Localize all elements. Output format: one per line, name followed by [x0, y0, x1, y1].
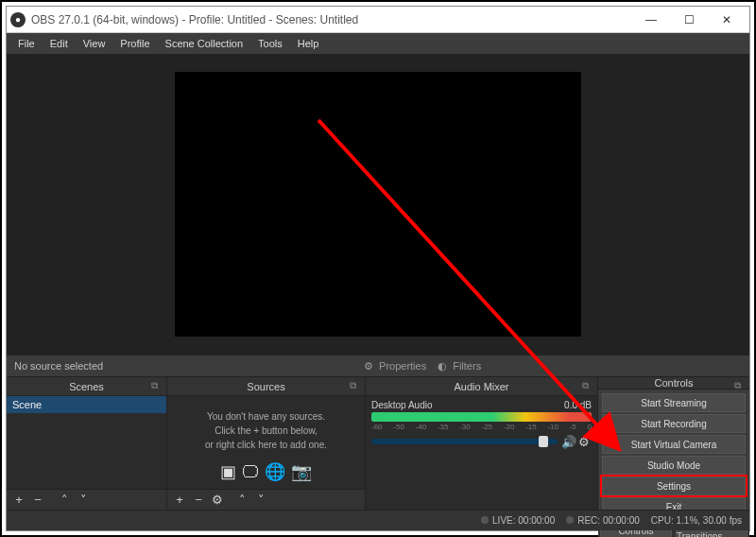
source-settings-button[interactable]: ⚙ [209, 492, 226, 509]
tick: -25 [481, 423, 492, 431]
gear-icon: ⚙ [364, 360, 375, 372]
track-settings-icon[interactable]: ⚙ [578, 435, 592, 448]
scenes-panel: Scenes ⧉ Scene + − ˄ ˅ [7, 377, 167, 510]
sources-title: Sources [247, 381, 284, 392]
properties-button[interactable]: ⚙ Properties [358, 360, 432, 372]
add-scene-button[interactable]: + [10, 492, 27, 509]
tick: -40 [416, 423, 427, 431]
scenes-title: Scenes [69, 381, 104, 392]
title-bar: ● OBS 27.0.1 (64-bit, windows) - Profile… [7, 7, 749, 33]
app-icon: ● [10, 12, 26, 27]
scene-up-button[interactable]: ˄ [56, 492, 73, 509]
sources-panel: Sources ⧉ You don't have any sources. Cl… [167, 377, 366, 510]
scene-item[interactable]: Scene [7, 396, 166, 413]
audio-mixer-panel: Audio Mixer ⧉ Desktop Audio 0.0 dB -60 -… [366, 377, 598, 510]
popout-icon[interactable]: ⧉ [734, 380, 746, 391]
studio-mode-button[interactable]: Studio Mode [602, 456, 746, 475]
tick: -15 [525, 423, 537, 431]
menu-help[interactable]: Help [290, 38, 327, 49]
status-bar: LIVE: 00:00:00 REC: 00:00:00 CPU: 1.1%, … [7, 510, 749, 530]
source-up-button[interactable]: ˄ [233, 492, 250, 509]
controls-title: Controls [655, 377, 694, 389]
start-recording-button[interactable]: Start Recording [602, 414, 746, 433]
settings-button[interactable]: Settings [602, 476, 746, 495]
obs-window: ● OBS 27.0.1 (64-bit, windows) - Profile… [6, 6, 750, 531]
maximize-button[interactable]: ☐ [670, 7, 708, 33]
sources-empty-3: or right click here to add one. [175, 438, 357, 452]
tick: -35 [438, 423, 449, 431]
scenes-list[interactable]: Scene [7, 396, 166, 489]
menu-scene-collection[interactable]: Scene Collection [158, 38, 251, 49]
display-source-icon: 🖵 [242, 459, 259, 485]
start-streaming-button[interactable]: Start Streaming [602, 393, 746, 412]
window-title: OBS 27.0.1 (64-bit, windows) - Profile: … [31, 13, 632, 26]
filter-icon: ◐ [438, 360, 449, 372]
popout-icon[interactable]: ⧉ [582, 380, 593, 391]
sources-list[interactable]: You don't have any sources. Click the + … [167, 396, 365, 489]
menu-tools[interactable]: Tools [250, 38, 290, 49]
sources-empty-2: Click the + button below, [175, 424, 357, 438]
sources-empty-1: You don't have any sources. [175, 409, 357, 424]
start-virtual-camera-button[interactable]: Start Virtual Camera [602, 435, 746, 454]
filters-label: Filters [453, 360, 481, 372]
popout-icon[interactable]: ⧉ [151, 380, 163, 391]
controls-panel: Controls ⧉ Start Streaming Start Recordi… [598, 377, 749, 510]
no-source-label: No source selected [14, 360, 103, 372]
tick: -10 [547, 423, 558, 431]
audio-meter [371, 412, 592, 422]
tick: 0 [588, 423, 592, 431]
mixer-track-db: 0.0 dB [564, 400, 592, 410]
status-rec: REC: 00:00:00 [577, 515, 640, 526]
remove-scene-button[interactable]: − [29, 492, 46, 509]
preview-canvas[interactable] [175, 72, 581, 337]
source-down-button[interactable]: ˅ [252, 492, 269, 509]
filters-button[interactable]: ◐ Filters [432, 360, 487, 372]
mixer-title: Audio Mixer [454, 381, 508, 392]
speaker-icon[interactable]: 🔊 [561, 435, 575, 448]
camera-source-icon: 📷 [291, 459, 312, 485]
mixer-track-name: Desktop Audio [371, 400, 433, 410]
remove-source-button[interactable]: − [190, 492, 207, 509]
menu-edit[interactable]: Edit [43, 38, 76, 49]
source-info-bar: No source selected ⚙ Properties ◐ Filter… [7, 355, 749, 377]
menu-profile[interactable]: Profile [112, 38, 157, 49]
status-cpu: CPU: 1.1%, 30.00 fps [651, 515, 742, 526]
preview-area [7, 54, 749, 355]
live-dot-icon [481, 516, 489, 524]
add-source-button[interactable]: + [171, 492, 188, 509]
rec-dot-icon [566, 516, 574, 524]
close-button[interactable]: ✕ [708, 7, 746, 33]
tick: -60 [371, 423, 383, 431]
scene-down-button[interactable]: ˅ [75, 492, 92, 509]
tick: -50 [393, 423, 404, 431]
menu-view[interactable]: View [76, 38, 113, 49]
tick: -30 [459, 423, 471, 431]
tick: -20 [504, 423, 515, 431]
properties-label: Properties [379, 360, 426, 372]
minimize-button[interactable]: — [632, 7, 670, 33]
image-source-icon: ▣ [220, 459, 236, 485]
browser-source-icon: 🌐 [265, 459, 285, 485]
volume-slider[interactable] [371, 439, 558, 444]
menu-bar: File Edit View Profile Scene Collection … [7, 33, 749, 54]
status-live: LIVE: 00:00:00 [492, 515, 555, 526]
panels-row: Scenes ⧉ Scene + − ˄ ˅ Sources ⧉ You don… [7, 377, 749, 510]
tick: -5 [570, 423, 576, 431]
menu-file[interactable]: File [10, 38, 43, 49]
popout-icon[interactable]: ⧉ [350, 380, 361, 391]
